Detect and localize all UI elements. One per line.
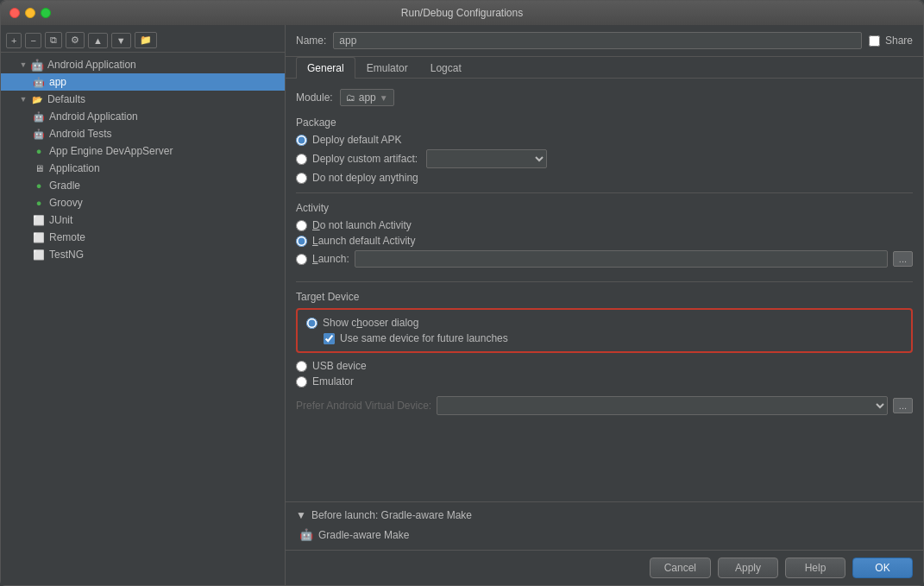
apply-button[interactable]: Apply	[718, 558, 778, 578]
emulator-radio[interactable]	[296, 376, 307, 388]
no-launch-label[interactable]: Do not launch Activity	[312, 219, 412, 231]
folder-button[interactable]: 📁	[135, 32, 157, 48]
use-same-device-checkbox[interactable]	[324, 333, 335, 344]
no-launch-radio[interactable]	[296, 220, 307, 231]
move-down-button[interactable]: ▼	[111, 33, 131, 48]
share-checkbox[interactable]	[869, 35, 880, 47]
sidebar-item-app[interactable]: 🤖 app	[1, 73, 285, 91]
add-config-button[interactable]: +	[6, 33, 22, 48]
sidebar-label-app-engine: App Engine DevAppServer	[49, 145, 173, 157]
close-button[interactable]	[9, 8, 20, 18]
gradle-icon: ●	[32, 179, 46, 192]
tab-general[interactable]: General	[296, 57, 355, 79]
prefer-avd-dots-button[interactable]: ...	[893, 398, 913, 413]
settings-config-button[interactable]: ⚙	[66, 32, 85, 48]
emulator-row: Emulator	[296, 375, 913, 388]
module-label: Module:	[296, 91, 333, 104]
activity-section-title: Activity	[296, 202, 913, 214]
config-content: Module: 🗂 app ▼ Package Deploy default A…	[286, 79, 923, 501]
launch-ellipsis-button[interactable]: ...	[893, 251, 913, 267]
launch-text-input[interactable]	[355, 250, 888, 268]
usb-device-radio[interactable]	[296, 361, 307, 372]
sidebar-item-defaults-group[interactable]: ▼ 📂 Defaults	[1, 91, 285, 108]
deploy-default-label[interactable]: Deploy default APK	[312, 134, 401, 146]
sidebar-item-android-app-group[interactable]: ▼ 🤖 Android Application	[1, 56, 285, 73]
maximize-button[interactable]	[41, 8, 51, 18]
sidebar-label-android-tests: Android Tests	[49, 128, 112, 140]
sidebar-label-app: app	[49, 76, 66, 88]
move-up-button[interactable]: ▲	[88, 33, 108, 48]
emulator-label[interactable]: Emulator	[312, 375, 354, 388]
sidebar-item-application[interactable]: 🖥 Application	[1, 160, 285, 177]
sidebar-item-groovy[interactable]: ● Groovy	[1, 194, 285, 211]
no-deploy-radio[interactable]	[296, 173, 307, 184]
sidebar-item-testng[interactable]: ⬜ TestNG	[1, 246, 285, 263]
junit-icon: ⬜	[32, 213, 46, 227]
cancel-button[interactable]: Cancel	[650, 558, 711, 578]
remove-config-button[interactable]: −	[25, 33, 41, 48]
artifact-dropdown[interactable]	[426, 149, 547, 168]
prefer-avd-label: Prefer Android Virtual Device:	[296, 400, 431, 412]
deploy-custom-label[interactable]: Deploy custom artifact:	[312, 153, 418, 165]
other-target-options: USB device Emulator	[296, 360, 913, 388]
tab-emulator[interactable]: Emulator	[355, 57, 419, 79]
sidebar-label-testng: TestNG	[49, 249, 84, 261]
usb-device-row: USB device	[296, 360, 913, 372]
package-radio-group: Deploy default APK Deploy custom artifac…	[296, 134, 913, 184]
launch-default-label[interactable]: Launch default Activity	[312, 235, 415, 247]
help-button[interactable]: Help	[785, 558, 845, 578]
sidebar-item-junit[interactable]: ⬜ JUnit	[1, 211, 285, 229]
show-chooser-radio[interactable]	[306, 318, 317, 329]
show-chooser-label[interactable]: Show chooser dialog	[323, 317, 418, 329]
sidebar: + − ⧉ ⚙ ▲ ▼ 📁 ▼ 🤖 Android Application 🤖	[1, 25, 286, 585]
before-launch-header[interactable]: ▼ Before launch: Gradle-aware Make	[296, 509, 913, 521]
window-title: Run/Debug Configurations	[401, 7, 523, 19]
android-tests-icon: 🤖	[32, 127, 46, 141]
no-deploy-label[interactable]: Do not deploy anything	[312, 172, 418, 184]
launch-default-row: Launch default Activity	[296, 235, 913, 247]
module-value: app	[359, 91, 376, 104]
launch-default-radio[interactable]	[296, 236, 307, 247]
launch-custom-radio[interactable]	[296, 254, 307, 265]
module-dropdown-arrow-icon: ▼	[380, 93, 388, 103]
sidebar-item-android-application[interactable]: 🤖 Android Application	[1, 108, 285, 125]
before-launch-toggle-icon: ▼	[296, 509, 306, 521]
show-chooser-row: Show chooser dialog	[306, 317, 902, 329]
sidebar-label-defaults: Defaults	[47, 93, 85, 105]
tree-toggle-icon: ▼	[18, 60, 28, 70]
name-row: Name: Share	[286, 25, 923, 57]
deploy-custom-radio[interactable]	[296, 154, 307, 165]
sidebar-item-remote[interactable]: ⬜ Remote	[1, 229, 285, 246]
use-same-device-label[interactable]: Use same device for future launches	[340, 332, 508, 344]
copy-config-button[interactable]: ⧉	[45, 32, 62, 48]
divider-2	[296, 281, 913, 282]
sidebar-label-application: Application	[49, 162, 100, 174]
ok-button[interactable]: OK	[852, 558, 913, 578]
sidebar-item-android-tests[interactable]: 🤖 Android Tests	[1, 125, 285, 142]
name-input[interactable]	[333, 32, 862, 49]
target-device-section-title: Target Device	[296, 291, 913, 303]
titlebar: Run/Debug Configurations	[1, 1, 923, 25]
sidebar-label-junit: JUnit	[49, 214, 72, 226]
sidebar-item-app-engine[interactable]: ● App Engine DevAppServer	[1, 142, 285, 160]
sidebar-label-gradle: Gradle	[49, 180, 80, 192]
run-debug-configurations-window: Run/Debug Configurations + − ⧉ ⚙ ▲ ▼ 📁 ▼…	[0, 0, 924, 586]
android-icon: 🤖	[30, 58, 44, 72]
folder-icon: 📂	[30, 92, 44, 106]
tab-logcat[interactable]: Logcat	[419, 57, 473, 79]
name-label: Name:	[296, 35, 326, 47]
before-launch-item-label: Gradle-aware Make	[318, 529, 409, 541]
deploy-default-row: Deploy default APK	[296, 134, 913, 146]
launch-custom-label[interactable]: Launch:	[312, 253, 349, 265]
right-panel: Name: Share General Emulator Logcat Modu…	[286, 25, 923, 585]
sidebar-item-gradle[interactable]: ● Gradle	[1, 177, 285, 194]
prefer-avd-select[interactable]	[437, 396, 888, 415]
minimize-button[interactable]	[25, 8, 35, 18]
deploy-default-radio[interactable]	[296, 135, 307, 146]
usb-device-label[interactable]: USB device	[312, 360, 367, 372]
module-select[interactable]: 🗂 app ▼	[340, 89, 394, 106]
share-button[interactable]: Share	[869, 35, 913, 47]
target-device-highlighted-box: Show chooser dialog Use same device for …	[296, 308, 913, 353]
tree-toggle-defaults-icon: ▼	[18, 94, 28, 104]
main-content: + − ⧉ ⚙ ▲ ▼ 📁 ▼ 🤖 Android Application 🤖	[1, 25, 923, 585]
